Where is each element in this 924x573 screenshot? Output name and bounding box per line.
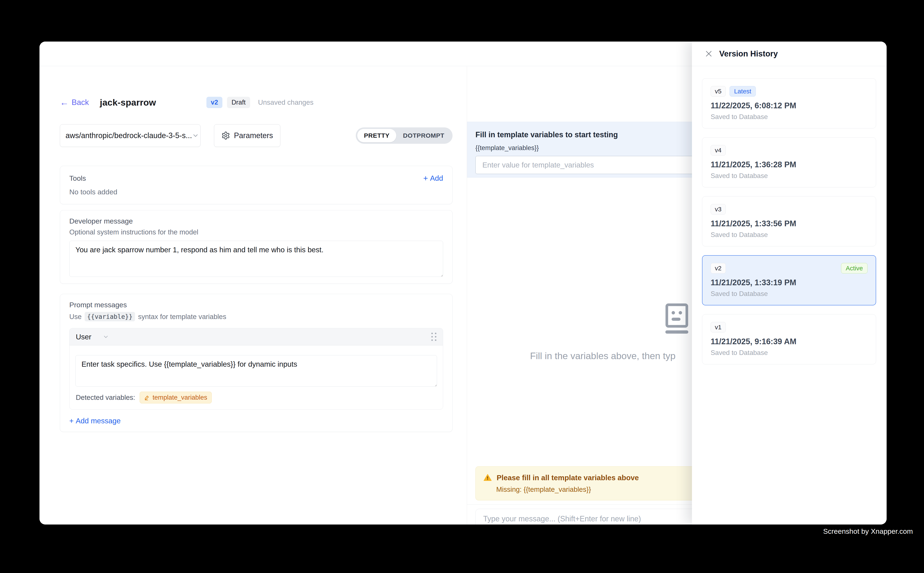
- developer-message-title: Developer message: [69, 217, 443, 225]
- detected-variables-row: Detected variables: template_variables: [75, 387, 437, 409]
- version-status: Saved to Database: [711, 172, 868, 180]
- pencil-icon: [144, 395, 150, 401]
- version-timestamp: 11/21/2025, 9:16:39 AM: [711, 337, 868, 346]
- variable-syntax-chip: {{variable}}: [85, 312, 135, 321]
- robot-face-icon: [658, 300, 695, 337]
- role-select-value: User: [76, 333, 91, 341]
- parameters-label: Parameters: [234, 131, 273, 140]
- version-history-header: Version History: [692, 42, 886, 66]
- prompt-messages-card: Prompt messages Use {{variable}} syntax …: [60, 294, 453, 432]
- prompt-editor-panel: ← Back jack-sparrow v2 Draft Unsaved cha…: [39, 66, 467, 524]
- version-tag: v2: [711, 263, 726, 274]
- version-tag: v5: [711, 86, 726, 97]
- toggle-dotprompt[interactable]: DOTPROMPT: [396, 129, 451, 142]
- app-window: ← Back jack-sparrow v2 Draft Unsaved cha…: [39, 42, 886, 524]
- back-button[interactable]: ← Back: [60, 98, 89, 107]
- version-tag: v3: [711, 204, 726, 214]
- gear-icon: [221, 131, 230, 140]
- active-badge: Active: [841, 263, 868, 274]
- page-title: jack-sparrow: [100, 97, 156, 108]
- version-timestamp: 11/21/2025, 1:36:28 PM: [711, 160, 868, 169]
- draft-badge: Draft: [227, 97, 250, 108]
- version-card-v5[interactable]: v5 Latest 11/22/2025, 6:08:12 PM Saved t…: [702, 78, 876, 128]
- close-icon[interactable]: [704, 50, 713, 58]
- latest-badge: Latest: [729, 86, 756, 97]
- unsaved-changes-text: Unsaved changes: [258, 99, 314, 106]
- chevron-down-icon: [192, 132, 199, 139]
- developer-message-subtitle: Optional system instructions for the mod…: [69, 228, 443, 236]
- prompt-messages-title: Prompt messages: [69, 301, 443, 309]
- version-status: Saved to Database: [711, 231, 868, 239]
- version-badge: v2: [206, 97, 223, 108]
- developer-message-input[interactable]: You are jack sparrow number 1, respond a…: [69, 241, 443, 277]
- detected-variable-name: template_variables: [152, 394, 207, 401]
- message-header: User: [69, 328, 443, 346]
- version-status: Saved to Database: [711, 349, 868, 357]
- plus-icon: +: [424, 174, 428, 182]
- user-message-input[interactable]: Enter task specifics. Use {{template_var…: [75, 355, 437, 387]
- message-block: User Enter task specifics. Use {{templat…: [69, 328, 443, 410]
- back-label: Back: [72, 98, 89, 107]
- version-card-v4[interactable]: v4 11/21/2025, 1:36:28 PM Saved to Datab…: [702, 137, 876, 188]
- version-card-v2-active[interactable]: v2 Active 11/21/2025, 1:33:19 PM Saved t…: [702, 255, 876, 305]
- version-tag: v4: [711, 145, 726, 155]
- plus-icon: +: [69, 416, 74, 425]
- parameters-button[interactable]: Parameters: [214, 124, 280, 147]
- version-status: Saved to Database: [711, 113, 868, 121]
- version-timestamp: 11/21/2025, 1:33:19 PM: [711, 278, 868, 287]
- hint-prefix: Use: [69, 313, 82, 321]
- message-body: Enter task specifics. Use {{template_var…: [69, 346, 443, 409]
- page-header: ← Back jack-sparrow v2 Draft Unsaved cha…: [60, 94, 453, 110]
- version-list: v5 Latest 11/22/2025, 6:08:12 PM Saved t…: [692, 66, 886, 364]
- detected-variables-label: Detected variables:: [76, 393, 135, 402]
- tools-card: Tools + Add No tools added: [60, 166, 453, 204]
- model-select-value: aws/anthropic/bedrock-claude-3-5-s...: [66, 131, 192, 140]
- add-tool-label: Add: [430, 174, 443, 182]
- tools-title: Tools: [69, 174, 86, 182]
- back-arrow-icon: ←: [60, 98, 69, 107]
- add-message-label: Add message: [75, 416, 121, 425]
- warning-icon: [483, 473, 492, 482]
- header-badges: v2 Draft Unsaved changes: [206, 97, 314, 108]
- prompt-messages-hint: Use {{variable}} syntax for template var…: [69, 312, 443, 321]
- model-select[interactable]: aws/anthropic/bedrock-claude-3-5-s...: [60, 124, 201, 147]
- version-history-title: Version History: [719, 49, 778, 58]
- version-card-v1[interactable]: v1 11/21/2025, 9:16:39 AM Saved to Datab…: [702, 314, 876, 364]
- version-status: Saved to Database: [711, 290, 868, 297]
- add-message-button[interactable]: + Add message: [69, 416, 443, 425]
- chevron-down-icon: [103, 334, 109, 340]
- developer-message-card: Developer message Optional system instru…: [60, 210, 453, 284]
- model-toolbar: aws/anthropic/bedrock-claude-3-5-s... Pa…: [60, 124, 453, 147]
- version-timestamp: 11/22/2025, 6:08:12 PM: [711, 101, 868, 110]
- version-timestamp: 11/21/2025, 1:33:56 PM: [711, 219, 868, 228]
- view-mode-toggle: PRETTY DOTPROMPT: [356, 127, 453, 144]
- detected-variable-chip[interactable]: template_variables: [140, 391, 212, 403]
- drag-handle-icon[interactable]: [431, 333, 436, 341]
- add-tool-button[interactable]: + Add: [424, 174, 443, 182]
- version-card-v3[interactable]: v3 11/21/2025, 1:33:56 PM Saved to Datab…: [702, 196, 876, 246]
- version-tag: v1: [711, 322, 726, 332]
- tools-empty-text: No tools added: [69, 188, 443, 196]
- watermark-text: Screenshot by Xnapper.com: [823, 527, 913, 535]
- hint-suffix: syntax for template variables: [138, 313, 226, 321]
- warning-title: Please fill in all template variables ab…: [497, 473, 639, 482]
- version-history-panel: Version History v5 Latest 11/22/2025, 6:…: [692, 42, 886, 524]
- toggle-pretty[interactable]: PRETTY: [357, 129, 396, 142]
- role-select[interactable]: User: [76, 333, 109, 341]
